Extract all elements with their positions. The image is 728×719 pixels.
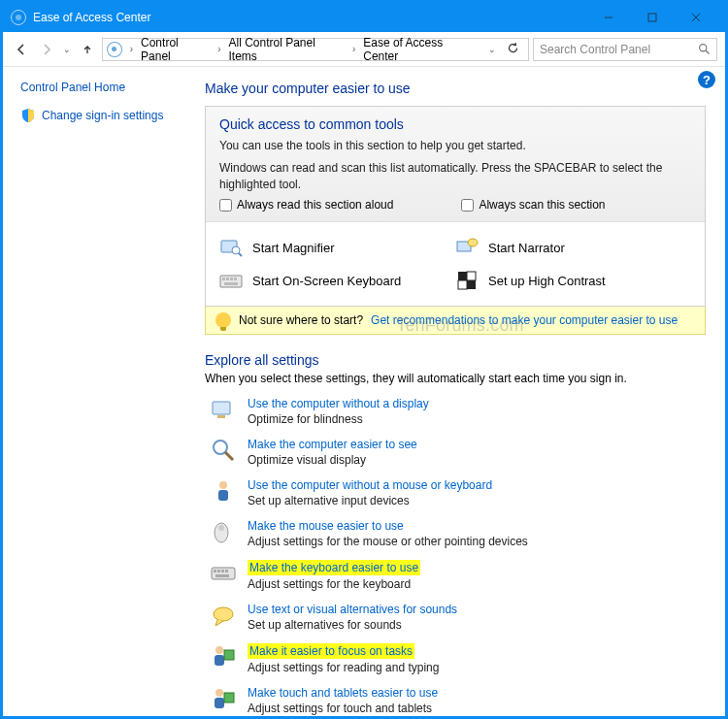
settings-item-icon <box>209 558 238 587</box>
explore-title: Explore all settings <box>205 352 706 368</box>
sidebar-signin-link[interactable]: Change sign-in settings <box>20 108 185 123</box>
check-read-aloud[interactable]: Always read this section aloud <box>219 198 393 212</box>
svg-rect-12 <box>222 278 225 280</box>
check-scan-section[interactable]: Always scan this section <box>461 198 605 212</box>
sidebar-signin-label: Change sign-in settings <box>42 109 163 122</box>
settings-item-link[interactable]: Make the computer easier to see <box>248 438 417 451</box>
svg-rect-1 <box>648 14 656 21</box>
settings-item-desc: Adjust settings for reading and typing <box>248 661 439 674</box>
settings-item: Make the computer easier to seeOptimize … <box>205 436 706 467</box>
window-title: Ease of Access Center <box>33 11 150 24</box>
search-placeholder: Search Control Panel <box>540 43 650 56</box>
svg-rect-37 <box>215 655 224 666</box>
settings-item-icon <box>209 517 238 546</box>
svg-rect-15 <box>234 278 237 280</box>
minimize-button[interactable] <box>586 3 630 32</box>
settings-item-link[interactable]: Make the keyboard easier to use <box>248 560 420 575</box>
sidebar: Control Panel Home Change sign-in settin… <box>3 67 195 716</box>
svg-rect-19 <box>467 272 476 280</box>
refresh-button[interactable] <box>502 42 524 57</box>
check-scan-label: Always scan this section <box>479 198 605 212</box>
settings-item-link[interactable]: Use the computer without a display <box>248 397 429 410</box>
settings-item: Make the mouse easier to useAdjust setti… <box>205 517 706 548</box>
hint-bar: Not sure where to start? Get recommendat… <box>205 307 706 335</box>
settings-item-link[interactable]: Make the mouse easier to use <box>248 519 404 533</box>
settings-item-desc: Adjust settings for the keyboard <box>248 577 420 591</box>
svg-point-35 <box>214 607 233 621</box>
tool-narrator-label: Start Narrator <box>488 241 565 255</box>
settings-item-desc: Adjust settings for the mouse or other p… <box>248 535 528 548</box>
tool-contrast[interactable]: Set up High Contrast <box>455 269 691 292</box>
breadcrumb-item[interactable]: Ease of Access Center <box>361 36 480 63</box>
maximize-button[interactable] <box>630 3 674 32</box>
main-panel: ? Make your computer easier to use Quick… <box>195 67 725 716</box>
svg-rect-17 <box>458 272 467 280</box>
quick-access-box: Quick access to common tools You can use… <box>205 106 706 307</box>
osk-icon <box>219 269 243 292</box>
breadcrumb-item[interactable]: Control Panel <box>139 36 212 63</box>
quick-title: Quick access to common tools <box>219 116 691 132</box>
svg-point-7 <box>232 246 240 254</box>
chevron-right-icon: › <box>348 44 359 54</box>
settings-item: Make touch and tablets easier to useAdju… <box>205 684 706 715</box>
svg-line-24 <box>225 452 233 460</box>
settings-item-desc: Set up alternatives for sounds <box>248 618 457 632</box>
settings-item-desc: Set up alternative input devices <box>248 494 492 507</box>
explore-sub: When you select these settings, they wil… <box>205 372 706 385</box>
recent-dropdown[interactable]: ⌄ <box>61 39 73 60</box>
chevron-right-icon: › <box>126 44 137 54</box>
svg-rect-13 <box>226 278 229 280</box>
svg-rect-21 <box>213 402 230 414</box>
chevron-right-icon: › <box>214 44 224 54</box>
close-button[interactable] <box>674 3 717 32</box>
svg-rect-18 <box>467 280 476 289</box>
contrast-icon <box>455 269 479 292</box>
settings-item-link[interactable]: Make it easier to focus on tasks <box>248 643 414 659</box>
settings-list: Use the computer without a displayOptimi… <box>205 395 706 715</box>
shield-icon <box>20 108 36 123</box>
svg-rect-32 <box>221 570 224 572</box>
lightbulb-icon <box>215 312 231 328</box>
tool-magnifier[interactable]: Start Magnifier <box>219 236 455 259</box>
settings-item-link[interactable]: Make touch and tablets easier to use <box>248 686 438 700</box>
tool-osk[interactable]: Start On-Screen Keyboard <box>219 269 455 292</box>
svg-point-25 <box>219 481 227 489</box>
svg-rect-22 <box>217 415 225 418</box>
settings-item-link[interactable]: Use text or visual alternatives for soun… <box>248 603 457 616</box>
svg-point-39 <box>215 689 223 697</box>
settings-item: Use text or visual alternatives for soun… <box>205 601 706 632</box>
settings-item-desc: Adjust settings for touch and tablets <box>248 702 438 715</box>
svg-rect-26 <box>218 490 228 501</box>
svg-rect-34 <box>215 574 229 577</box>
back-button[interactable] <box>11 39 32 60</box>
svg-rect-40 <box>215 698 224 708</box>
svg-point-23 <box>214 441 227 454</box>
svg-rect-29 <box>212 568 235 579</box>
svg-rect-28 <box>218 525 224 531</box>
titlebar: Ease of Access Center <box>3 3 725 32</box>
help-button[interactable]: ? <box>698 71 715 88</box>
page-title: Make your computer easier to use <box>205 81 706 96</box>
sidebar-home-link[interactable]: Control Panel Home <box>20 81 185 94</box>
breadcrumb-history-dropdown[interactable]: ⌄ <box>484 45 500 54</box>
content: Control Panel Home Change sign-in settin… <box>3 67 725 716</box>
tool-narrator[interactable]: Start Narrator <box>455 236 691 259</box>
svg-line-5 <box>706 50 710 54</box>
settings-item-icon <box>209 601 238 630</box>
checkbox-read-aloud[interactable] <box>219 199 232 212</box>
forward-button[interactable] <box>36 39 57 60</box>
settings-item-icon <box>209 641 238 670</box>
settings-item-icon <box>209 476 238 506</box>
settings-item-desc: Optimize visual display <box>248 453 417 467</box>
breadcrumb[interactable]: › Control Panel › All Control Panel Item… <box>102 38 529 61</box>
settings-item-link[interactable]: Use the computer without a mouse or keyb… <box>248 478 492 492</box>
search-input[interactable]: Search Control Panel <box>533 38 717 61</box>
settings-item: Make it easier to focus on tasksAdjust s… <box>205 641 706 674</box>
up-button[interactable] <box>77 39 98 60</box>
hint-link[interactable]: Get recommendations to make your compute… <box>371 313 678 327</box>
breadcrumb-item[interactable]: All Control Panel Items <box>227 36 347 63</box>
settings-item-icon <box>209 684 238 713</box>
quick-line1: You can use the tools in this section to… <box>219 138 691 154</box>
hint-prefix: Not sure where to start? <box>239 313 363 327</box>
checkbox-scan-section[interactable] <box>461 199 474 212</box>
